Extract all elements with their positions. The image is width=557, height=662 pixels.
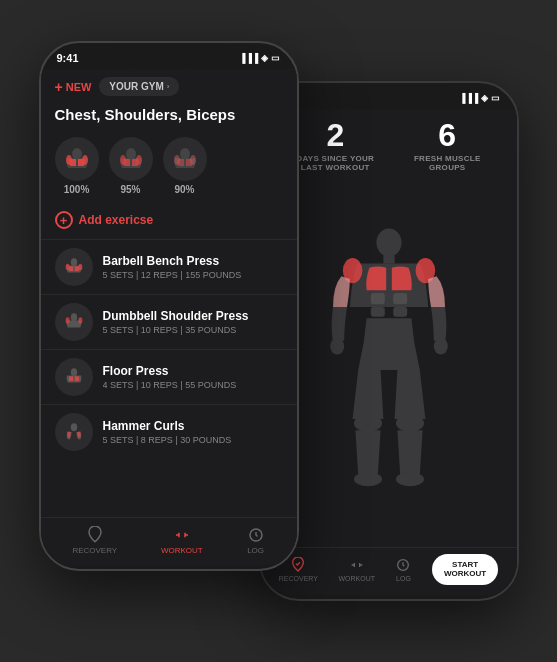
muscle-indicator-1: 100% bbox=[55, 137, 99, 195]
days-stat: 2 DAYS SINCE YOURLAST WORKOUT bbox=[296, 119, 374, 172]
svg-point-9 bbox=[433, 338, 447, 355]
svg-point-17 bbox=[82, 155, 88, 165]
front-bottom-nav: RECOVERY WORKOUT LOG bbox=[41, 517, 297, 565]
muscle-pct-3: 90% bbox=[174, 184, 194, 195]
svg-point-30 bbox=[70, 368, 76, 376]
back-status-bar: 9:41 ▐▐▐ ◈ ▭ bbox=[261, 83, 517, 109]
signal-icon: ▐▐▐ bbox=[459, 93, 478, 103]
add-exercise-button[interactable]: + Add exericse bbox=[41, 205, 297, 239]
exercise-stats-1: 5 SETS | 10 REPS | 35 POUNDS bbox=[103, 325, 283, 335]
exercise-item-3[interactable]: Hammer Curls 5 SETS | 8 REPS | 30 POUNDS bbox=[41, 404, 297, 459]
days-number: 2 bbox=[296, 119, 374, 151]
new-label: NEW bbox=[66, 81, 92, 93]
exercise-list: Barbell Bench Press 5 SETS | 12 REPS | 1… bbox=[41, 239, 297, 517]
new-button[interactable]: + NEW bbox=[55, 79, 92, 95]
front-status-bar: 9:41 ▐▐▐ ◈ ▭ bbox=[41, 43, 297, 69]
svg-point-24 bbox=[70, 258, 76, 266]
muscle-indicators: 100% 95% bbox=[41, 131, 297, 205]
days-label: DAYS SINCE YOURLAST WORKOUT bbox=[296, 154, 374, 172]
exercise-info-3: Hammer Curls 5 SETS | 8 REPS | 30 POUNDS bbox=[103, 419, 283, 445]
back-nav-log[interactable]: LOG bbox=[395, 557, 411, 582]
gym-button[interactable]: YOUR GYM › bbox=[99, 77, 179, 96]
exercise-name-3: Hammer Curls bbox=[103, 419, 283, 433]
front-content: + NEW YOUR GYM › Chest, Shoulders, Bicep… bbox=[41, 69, 297, 565]
exercise-item-1[interactable]: Dumbbell Shoulder Press 5 SETS | 10 REPS… bbox=[41, 294, 297, 349]
exercise-stats-2: 4 SETS | 10 REPS | 55 POUNDS bbox=[103, 380, 283, 390]
recovery-stats: 2 DAYS SINCE YOURLAST WORKOUT 6 FRESH MU… bbox=[261, 109, 517, 180]
front-status-icons: ▐▐▐ ◈ ▭ bbox=[239, 53, 280, 63]
wifi-icon: ◈ bbox=[481, 93, 488, 103]
svg-point-8 bbox=[330, 338, 344, 355]
exercise-name-1: Dumbbell Shoulder Press bbox=[103, 309, 283, 323]
muscle-pct-2: 95% bbox=[120, 184, 140, 195]
muscle-stat: 6 FRESH MUSCLEGROUPS bbox=[414, 119, 481, 172]
muscle-pct-1: 100% bbox=[64, 184, 90, 195]
front-nav-log[interactable]: LOG bbox=[247, 526, 265, 555]
svg-point-22 bbox=[174, 155, 180, 165]
svg-point-26 bbox=[78, 264, 82, 270]
scene: 9:41 ▐▐▐ ◈ ▭ 2 DAYS SINCE YOURLAST WORKO… bbox=[19, 21, 539, 641]
back-nav-workout[interactable]: WORKOUT bbox=[338, 557, 375, 582]
svg-point-10 bbox=[354, 415, 382, 432]
svg-point-29 bbox=[78, 317, 82, 323]
front-nav-workout[interactable]: WORKOUT bbox=[161, 526, 203, 555]
exercise-item-2[interactable]: Floor Press 4 SETS | 10 REPS | 55 POUNDS bbox=[41, 349, 297, 404]
exercise-name-2: Floor Press bbox=[103, 364, 283, 378]
front-phone: 9:41 ▐▐▐ ◈ ▭ + NEW YOUR GYM › Che bbox=[39, 41, 299, 571]
svg-point-27 bbox=[70, 313, 76, 321]
workout-title: Chest, Shoulders, Biceps bbox=[41, 102, 297, 131]
muscle-indicator-2: 95% bbox=[109, 137, 153, 195]
svg-rect-6 bbox=[370, 307, 384, 317]
muscle-number: 6 bbox=[414, 119, 481, 151]
plus-icon: + bbox=[55, 79, 63, 95]
muscle-indicator-3: 90% bbox=[163, 137, 207, 195]
exercise-icon-2 bbox=[55, 358, 93, 396]
exercise-info-2: Floor Press 4 SETS | 10 REPS | 55 POUNDS bbox=[103, 364, 283, 390]
add-icon: + bbox=[55, 211, 73, 229]
muscle-circle-1 bbox=[55, 137, 99, 181]
svg-rect-7 bbox=[393, 307, 407, 317]
front-signal-icon: ▐▐▐ bbox=[239, 53, 258, 63]
start-workout-label: STARTWORKOUT bbox=[444, 560, 486, 579]
exercise-icon-1 bbox=[55, 303, 93, 341]
back-log-label: LOG bbox=[396, 575, 411, 582]
svg-point-28 bbox=[65, 317, 69, 323]
back-status-icons: ▐▐▐ ◈ ▭ bbox=[459, 93, 500, 103]
front-workout-label: WORKOUT bbox=[161, 546, 203, 555]
add-exercise-label: Add exericse bbox=[79, 213, 154, 227]
svg-point-31 bbox=[70, 423, 76, 431]
muscle-label: FRESH MUSCLEGROUPS bbox=[414, 154, 481, 172]
muscle-circle-2 bbox=[109, 137, 153, 181]
front-recovery-label: RECOVERY bbox=[72, 546, 117, 555]
svg-point-11 bbox=[396, 415, 424, 432]
front-notch bbox=[119, 51, 199, 65]
front-wifi-icon: ◈ bbox=[261, 53, 268, 63]
svg-point-19 bbox=[120, 155, 126, 165]
svg-point-25 bbox=[65, 264, 69, 270]
exercise-stats-3: 5 SETS | 8 REPS | 30 POUNDS bbox=[103, 435, 283, 445]
front-log-label: LOG bbox=[247, 546, 264, 555]
body-svg bbox=[319, 223, 459, 503]
exercise-info-1: Dumbbell Shoulder Press 5 SETS | 10 REPS… bbox=[103, 309, 283, 335]
svg-point-20 bbox=[136, 155, 142, 165]
front-battery-icon: ▭ bbox=[271, 53, 280, 63]
start-workout-button[interactable]: STARTWORKOUT bbox=[432, 554, 498, 585]
svg-rect-1 bbox=[383, 256, 394, 264]
exercise-icon-0 bbox=[55, 248, 93, 286]
exercise-icon-3 bbox=[55, 413, 93, 451]
front-header: + NEW YOUR GYM › bbox=[41, 69, 297, 102]
svg-point-12 bbox=[354, 473, 382, 487]
svg-rect-5 bbox=[393, 293, 407, 304]
front-nav-recovery[interactable]: RECOVERY bbox=[72, 526, 117, 555]
back-recovery-label: RECOVERY bbox=[279, 575, 318, 582]
exercise-stats-0: 5 SETS | 12 REPS | 155 POUNDS bbox=[103, 270, 283, 280]
battery-icon: ▭ bbox=[491, 93, 500, 103]
back-content: 2 DAYS SINCE YOURLAST WORKOUT 6 FRESH MU… bbox=[261, 109, 517, 595]
exercise-info-0: Barbell Bench Press 5 SETS | 12 REPS | 1… bbox=[103, 254, 283, 280]
exercise-item-0[interactable]: Barbell Bench Press 5 SETS | 12 REPS | 1… bbox=[41, 239, 297, 294]
svg-point-16 bbox=[66, 155, 72, 165]
svg-point-13 bbox=[396, 473, 424, 487]
gym-label: YOUR GYM bbox=[109, 81, 163, 92]
front-status-time: 9:41 bbox=[57, 52, 79, 64]
back-notch bbox=[339, 91, 419, 105]
